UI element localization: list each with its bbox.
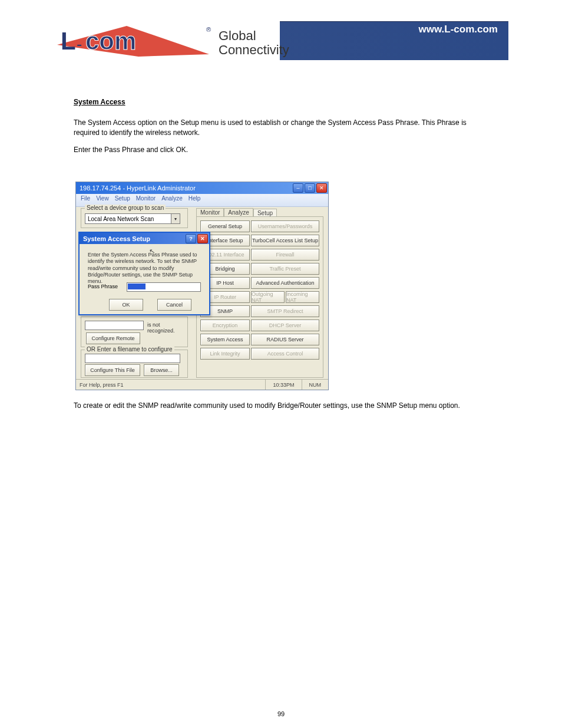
- maximize-icon[interactable]: □: [305, 183, 315, 193]
- svg-text:L: L: [61, 27, 76, 55]
- btn-turbocell-access[interactable]: TurboCell Access List Setup: [251, 235, 319, 246]
- paragraph-2: Enter the Pass Phrase and click OK.: [74, 145, 492, 155]
- tab-strip: Monitor Analyze Setup: [196, 208, 323, 216]
- btn-configure-remote[interactable]: Configure Remote: [86, 332, 140, 344]
- help-icon[interactable]: ?: [186, 234, 196, 243]
- dialog-title: System Access Setup: [83, 235, 150, 242]
- dialog-description: Enter the System Access Pass Phrase used…: [88, 252, 202, 285]
- status-num: NUM: [302, 380, 329, 390]
- dialog-close-icon[interactable]: ✕: [197, 234, 208, 243]
- tab-monitor[interactable]: Monitor: [196, 208, 224, 216]
- minimize-icon[interactable]: –: [293, 183, 303, 193]
- scan-select[interactable]: Local Area Network Scan ▾: [85, 213, 180, 224]
- section-heading: System Access: [74, 98, 125, 106]
- svg-text:com: com: [85, 27, 136, 55]
- close-icon[interactable]: ✕: [316, 183, 327, 193]
- svg-text:®: ®: [206, 26, 211, 33]
- btn-access-control[interactable]: Access Control: [251, 348, 319, 360]
- btn-advanced-auth[interactable]: Advanced Authentication: [251, 277, 319, 289]
- window-titlebar[interactable]: 198.17.74.254 - HyperLink Administrator …: [76, 182, 328, 194]
- btn-usernames-passwords[interactable]: Usernames/Passwords: [251, 220, 319, 232]
- app-window: 198.17.74.254 - HyperLink Administrator …: [75, 182, 329, 390]
- btn-firewall[interactable]: Firewall: [251, 249, 319, 261]
- paragraph-3: To create or edit the SNMP read/write co…: [74, 401, 492, 411]
- menu-view[interactable]: View: [96, 195, 109, 205]
- cancel-button[interactable]: Cancel: [157, 299, 191, 311]
- btn-smtp-redirect[interactable]: SMTP Redirect: [251, 305, 319, 317]
- btn-encryption[interactable]: Encryption: [200, 319, 250, 331]
- tagline-1: Global: [219, 28, 256, 44]
- btn-radius-server[interactable]: RADIUS Server: [251, 334, 319, 345]
- header-url: www.L-com.com: [419, 24, 498, 35]
- scan-group: Select a device group to scan Local Area…: [81, 208, 188, 228]
- menu-monitor[interactable]: Monitor: [136, 195, 156, 205]
- file-input[interactable]: [85, 354, 180, 363]
- btn-system-access[interactable]: System Access: [200, 334, 250, 345]
- dialog-titlebar[interactable]: System Access Setup ? ✕: [80, 233, 209, 244]
- warn-text: is not recognized.: [147, 322, 187, 334]
- status-time: 10:33PM: [265, 380, 301, 390]
- warn-input[interactable]: [85, 321, 144, 330]
- status-help: For Help, press F1: [76, 382, 265, 388]
- system-access-dialog: System Access Setup ? ✕ ↖ Enter the Syst…: [78, 232, 210, 315]
- btn-incoming-nat[interactable]: Incoming NAT: [286, 291, 319, 303]
- btn-configure-file[interactable]: Configure This File: [85, 364, 140, 376]
- btn-general-setup[interactable]: General Setup: [200, 220, 250, 232]
- passphrase-selection: [128, 284, 146, 289]
- brand-logo: L - com ® Global Connectivity: [56, 21, 280, 60]
- file-group-title: OR Enter a filename to configure: [85, 346, 174, 353]
- menu-setup[interactable]: Setup: [115, 195, 130, 205]
- btn-link-integrity[interactable]: Link Integrity: [200, 348, 250, 360]
- status-bar: For Help, press F1 10:33PM NUM: [76, 379, 328, 390]
- btn-outgoing-nat[interactable]: Outgoing NAT: [251, 291, 285, 303]
- scan-selected: Local Area Network Scan: [88, 216, 154, 222]
- scan-group-title: Select a device group to scan: [85, 205, 166, 211]
- btn-traffic-preset[interactable]: Traffic Preset: [251, 263, 319, 275]
- chevron-down-icon[interactable]: ▾: [171, 214, 180, 223]
- menu-analyze[interactable]: Analyze: [161, 195, 183, 205]
- window-title: 198.17.74.254 - HyperLink Administrator: [80, 185, 196, 192]
- btn-dhcp-server[interactable]: DHCP Server: [251, 319, 319, 331]
- warn-group: is not recognized. Configure Remote: [81, 317, 188, 347]
- tagline-2: Connectivity: [219, 42, 289, 58]
- file-group: OR Enter a filename to configure Configu…: [81, 350, 188, 378]
- svg-text:-: -: [77, 35, 82, 53]
- tab-setup[interactable]: Setup: [253, 209, 277, 217]
- paragraph-1: The System Access option on the Setup me…: [74, 118, 492, 139]
- page-number: 99: [0, 710, 562, 717]
- setup-panel: General Setup Interface Setup 802.11 Int…: [196, 216, 323, 378]
- menu-help[interactable]: Help: [189, 195, 201, 205]
- btn-browse[interactable]: Browse...: [144, 364, 179, 376]
- ok-button[interactable]: OK: [109, 299, 143, 311]
- tab-analyze[interactable]: Analyze: [224, 208, 253, 216]
- menu-file[interactable]: File: [81, 195, 90, 205]
- passphrase-label: Pass Phrase: [88, 284, 118, 289]
